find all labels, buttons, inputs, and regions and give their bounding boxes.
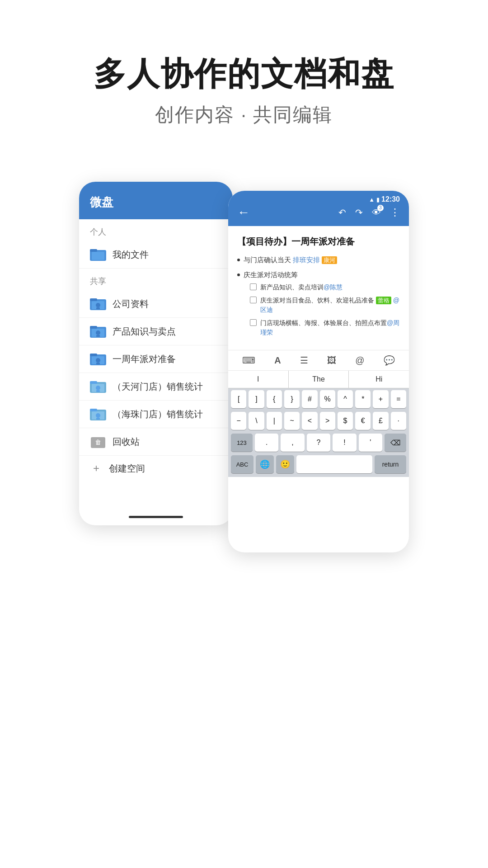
checkbox-item-2: 庆生派对当日食品、饮料、欢迎礼品准备 蕾格 @区迪 xyxy=(250,296,400,315)
personal-section-label: 个人 xyxy=(79,219,233,241)
plus-icon: + xyxy=(90,462,103,475)
checkbox-text-1: 新产品知识、卖点培训@陈慧 xyxy=(260,283,343,292)
svg-rect-7 xyxy=(96,307,100,309)
svg-rect-2 xyxy=(92,252,104,260)
key-asterisk[interactable]: * xyxy=(355,390,371,408)
haizhu-files-label: （海珠门店）销售统计 xyxy=(113,408,203,420)
nav-bar: ← ↶ ↷ 👁 3 ⋮ xyxy=(237,205,400,220)
key-apostrophe[interactable]: ' xyxy=(359,434,382,452)
key-exclaim[interactable]: ! xyxy=(333,434,356,452)
nav-actions: ↶ ↷ 👁 3 ⋮ xyxy=(338,207,400,218)
key-tilde[interactable]: ~ xyxy=(284,412,300,430)
keyboard-toolbar-btn[interactable]: ⌨ xyxy=(242,355,255,366)
key-space[interactable] xyxy=(296,455,372,473)
tianhe-files-label: （天河门店）销售统计 xyxy=(113,381,203,393)
comment-toolbar-btn[interactable]: 💬 xyxy=(384,355,395,366)
sidebar-item-recycle[interactable]: 🗑 回收站 xyxy=(79,428,233,456)
more-button[interactable]: ⋮ xyxy=(390,207,400,218)
sidebar-item-my-files[interactable]: 我的文件 xyxy=(79,241,233,269)
anniversary-files-label: 一周年派对准备 xyxy=(113,353,176,365)
key-hash[interactable]: # xyxy=(302,390,317,408)
svg-point-6 xyxy=(96,303,100,307)
sidebar-item-tianhe[interactable]: （天河门店）销售统计 xyxy=(79,373,233,401)
key-period[interactable]: . xyxy=(255,434,278,452)
key-open-bracket[interactable]: [ xyxy=(231,390,246,408)
key-percent[interactable]: % xyxy=(320,390,335,408)
key-euro[interactable]: € xyxy=(355,412,371,430)
image-toolbar-btn[interactable]: 🖼 xyxy=(327,355,336,366)
keyboard: I The Hi [ ] { } # % ^ * + = − \ | xyxy=(228,371,409,477)
doc-bullet-2: 庆生派对活动统筹 新产品知识、卖点培训@陈慧 xyxy=(237,270,400,341)
list-toolbar-btn[interactable]: ☰ xyxy=(300,355,308,366)
product-files-label: 产品知识与卖点 xyxy=(113,326,176,338)
svg-rect-27 xyxy=(96,418,100,420)
key-pipe[interactable]: | xyxy=(267,412,282,430)
redo-button[interactable]: ↷ xyxy=(355,207,363,218)
my-files-label: 我的文件 xyxy=(113,249,149,261)
right-phone-header: ▲ ▮ 12:30 ← ↶ ↷ 👁 3 ⋮ xyxy=(228,191,409,226)
doc-title: 【项目待办】一周年派对准备 xyxy=(237,235,400,248)
folder-shared-icon-5 xyxy=(90,407,106,421)
create-space-label: 创建空间 xyxy=(109,462,145,475)
key-open-brace[interactable]: { xyxy=(267,390,282,408)
left-phone: 微盘 个人 我的文件 共享 公司资料 xyxy=(79,182,233,525)
at-toolbar-btn[interactable]: @ xyxy=(355,355,364,366)
battery-icon: ▮ xyxy=(376,196,380,203)
suggestion-the[interactable]: The xyxy=(289,371,349,388)
svg-point-16 xyxy=(96,358,100,363)
key-equals[interactable]: = xyxy=(391,390,406,408)
key-close-brace[interactable]: } xyxy=(284,390,300,408)
key-123[interactable]: 123 xyxy=(231,434,253,452)
svg-rect-17 xyxy=(96,363,100,364)
back-button[interactable]: ← xyxy=(237,205,250,220)
checkbox-2[interactable] xyxy=(250,297,257,303)
key-comma[interactable]: , xyxy=(281,434,304,452)
checkbox-3[interactable] xyxy=(250,319,257,326)
viewers-icon[interactable]: 👁 3 xyxy=(372,208,381,218)
suggestion-i[interactable]: I xyxy=(228,371,289,388)
sidebar-item-product[interactable]: 产品知识与卖点 xyxy=(79,318,233,345)
key-abc[interactable]: ABC xyxy=(231,455,253,473)
undo-button[interactable]: ↶ xyxy=(338,207,346,218)
suggestion-hi[interactable]: Hi xyxy=(349,371,409,388)
bullet1-highlight: 排班安排 xyxy=(293,256,320,264)
recycle-icon: 🗑 xyxy=(90,434,106,449)
keyboard-suggestions: I The Hi xyxy=(228,371,409,388)
bullet1-main: 与门店确认当天 xyxy=(244,256,291,264)
key-greater[interactable]: > xyxy=(320,412,335,430)
key-question[interactable]: ? xyxy=(307,434,330,452)
key-minus[interactable]: − xyxy=(231,412,246,430)
tag-leige: 蕾格 xyxy=(376,297,391,304)
key-less[interactable]: < xyxy=(302,412,317,430)
key-dot[interactable]: · xyxy=(391,412,406,430)
sidebar-item-company[interactable]: 公司资料 xyxy=(79,290,233,318)
folder-shared-icon-3 xyxy=(90,352,106,366)
sidebar-item-haizhu[interactable]: （海珠门店）销售统计 xyxy=(79,401,233,428)
svg-rect-9 xyxy=(90,326,97,329)
keyboard-row-3: 123 . , ? ! ' ⌫ xyxy=(228,432,409,453)
svg-rect-24 xyxy=(90,409,97,411)
checkbox-item-3: 门店现场横幅、海报、体验展台、拍照点布置@周瑾荣 xyxy=(250,318,400,337)
key-emoji[interactable]: 🙂 xyxy=(276,455,294,473)
font-toolbar-btn[interactable]: A xyxy=(274,355,281,366)
status-time: 12:30 xyxy=(381,195,400,203)
key-plus[interactable]: + xyxy=(373,390,388,408)
key-delete[interactable]: ⌫ xyxy=(385,434,406,452)
folder-shared-icon-4 xyxy=(90,379,106,394)
key-close-bracket[interactable]: ] xyxy=(249,390,264,408)
checkbox-item-1: 新产品知识、卖点培训@陈慧 xyxy=(250,283,400,292)
checkbox-1[interactable] xyxy=(250,283,257,290)
key-dollar[interactable]: $ xyxy=(338,412,353,430)
key-return[interactable]: return xyxy=(375,455,406,473)
key-caret[interactable]: ^ xyxy=(338,390,353,408)
key-globe[interactable]: 🌐 xyxy=(256,455,274,473)
create-space-item[interactable]: + 创建空间 xyxy=(79,456,233,481)
svg-point-21 xyxy=(96,386,100,390)
key-pound[interactable]: £ xyxy=(373,412,388,430)
sidebar-item-anniversary[interactable]: 一周年派对准备 xyxy=(79,345,233,373)
key-backslash[interactable]: \ xyxy=(249,412,264,430)
home-indicator xyxy=(129,516,183,518)
bullet2-main: 庆生派对活动统筹 xyxy=(244,270,400,280)
status-bar: ▲ ▮ 12:30 xyxy=(237,195,400,203)
svg-rect-4 xyxy=(90,298,97,301)
